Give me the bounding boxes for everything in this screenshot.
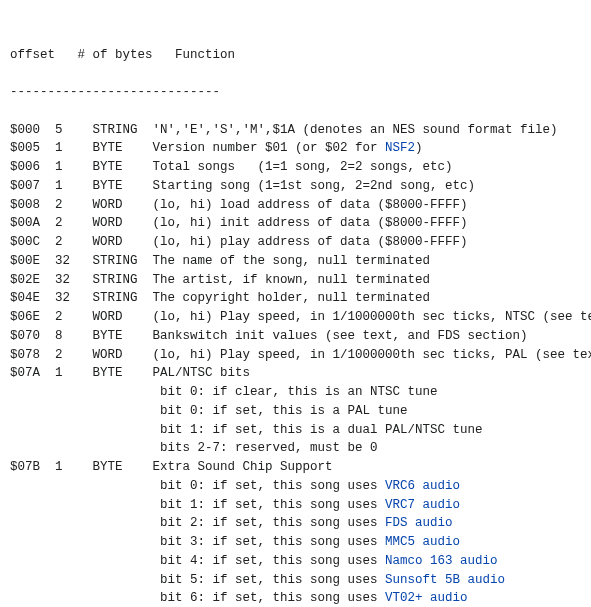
table-row: $078 2 WORD (lo, hi) Play speed, in 1/10… [10,346,581,365]
table-row: $000 5 STRING 'N','E','S','M',$1A (denot… [10,121,581,140]
sub-row: bit 1: if set, this is a dual PAL/NTSC t… [10,421,581,440]
wiki-link[interactable]: MMC5 audio [385,535,460,549]
header-columns: offset # of bytes Function [10,46,581,65]
table-row: $006 1 BYTE Total songs (1=1 song, 2=2 s… [10,158,581,177]
sub-row: bit 1: if set, this song uses VRC7 audio [10,496,581,515]
wiki-link[interactable]: Sunsoft 5B audio [385,573,505,587]
sub-row: bit 3: if set, this song uses MMC5 audio [10,533,581,552]
table-row: $007 1 BYTE Starting song (1=1st song, 2… [10,177,581,196]
wiki-link[interactable]: VRC7 audio [385,498,460,512]
table-row: $008 2 WORD (lo, hi) load address of dat… [10,196,581,215]
table-row: $00E 32 STRING The name of the song, nul… [10,252,581,271]
wiki-link[interactable]: FDS audio [385,516,453,530]
sub-row: bit 0: if clear, this is an NTSC tune [10,383,581,402]
table-row: $02E 32 STRING The artist, if known, nul… [10,271,581,290]
table-row: $00A 2 WORD (lo, hi) init address of dat… [10,214,581,233]
wiki-link[interactable]: Namco 163 audio [385,554,498,568]
sub-row: bit 2: if set, this song uses FDS audio [10,514,581,533]
table-row: $07A 1 BYTE PAL/NTSC bits [10,364,581,383]
wiki-link[interactable]: VT02+ audio [385,591,468,605]
table-row: $06E 2 WORD (lo, hi) Play speed, in 1/10… [10,308,581,327]
wiki-link[interactable]: VRC6 audio [385,479,460,493]
sub-row: bit 0: if set, this is a PAL tune [10,402,581,421]
table-body: $000 5 STRING 'N','E','S','M',$1A (denot… [10,121,581,608]
table-row: $07B 1 BYTE Extra Sound Chip Support [10,458,581,477]
sub-row: bit 6: if set, this song uses VT02+ audi… [10,589,581,607]
table-row: $00C 2 WORD (lo, hi) play address of dat… [10,233,581,252]
table-row: $070 8 BYTE Bankswitch init values (see … [10,327,581,346]
sub-row: bit 0: if set, this song uses VRC6 audio [10,477,581,496]
sub-row: bit 5: if set, this song uses Sunsoft 5B… [10,571,581,590]
sub-row: bits 2-7: reserved, must be 0 [10,439,581,458]
header-rule: ---------------------------- [10,83,581,102]
wiki-link[interactable]: NSF2 [385,141,415,155]
sub-row: bit 4: if set, this song uses Namco 163 … [10,552,581,571]
table-row: $005 1 BYTE Version number $01 (or $02 f… [10,139,581,158]
table-row: $04E 32 STRING The copyright holder, nul… [10,289,581,308]
